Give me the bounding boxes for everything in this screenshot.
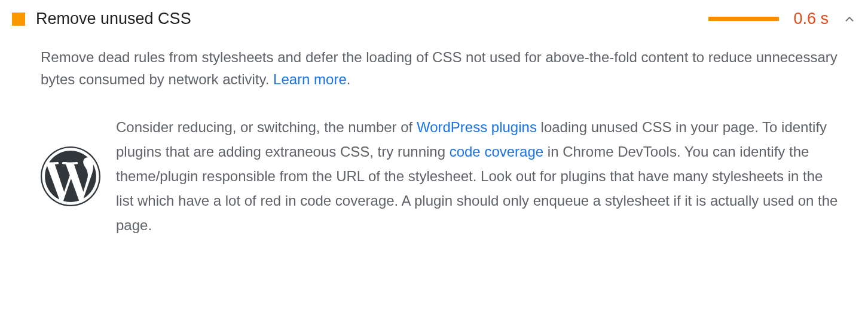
savings-bar [708, 17, 779, 21]
wordpress-plugins-link[interactable]: WordPress plugins [417, 119, 537, 135]
metric-value: 0.6 s [793, 10, 829, 28]
savings-bar-fill [708, 17, 779, 21]
wordpress-icon [41, 146, 100, 206]
stack-pack-text: Consider reducing, or switching, the num… [116, 115, 838, 237]
audit-header[interactable]: Remove unused CSS 0.6 s [12, 10, 856, 28]
header-metrics: 0.6 s [708, 10, 856, 28]
stack-text-1: Consider reducing, or switching, the num… [116, 119, 417, 135]
learn-more-link[interactable]: Learn more [273, 71, 347, 87]
status-square-icon [12, 13, 25, 26]
code-coverage-link[interactable]: code coverage [450, 143, 543, 160]
audit-description: Remove dead rules from stylesheets and d… [41, 46, 838, 90]
audit-title: Remove unused CSS [36, 10, 698, 28]
chevron-up-icon[interactable] [843, 13, 856, 26]
stack-pack: Consider reducing, or switching, the num… [41, 115, 838, 237]
description-text-1: Remove dead rules from stylesheets and d… [41, 49, 838, 87]
description-text-2: . [347, 71, 351, 87]
